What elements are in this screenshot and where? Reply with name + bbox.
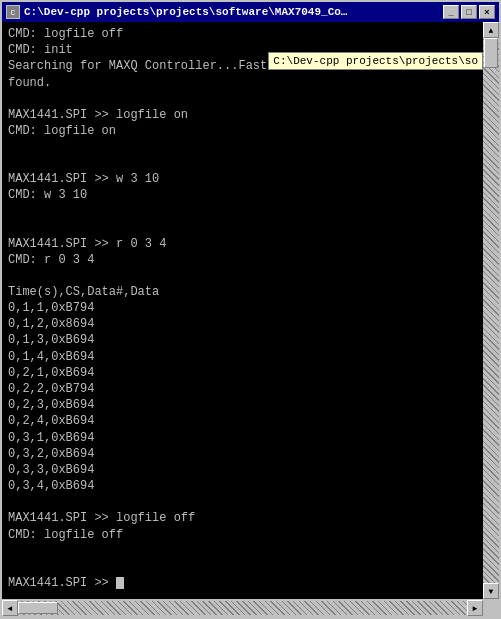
console-line-empty — [8, 220, 477, 236]
console-line: 0,2,3,0xB694 — [8, 397, 477, 413]
console-line: CMD: logfile off — [8, 527, 477, 543]
console-line: MAX1441.SPI >> logfile on — [8, 107, 477, 123]
console-line: CMD: r 0 3 4 — [8, 252, 477, 268]
console-line: MAX1441.SPI >> r 0 3 4 — [8, 236, 477, 252]
cursor — [116, 577, 124, 589]
console-line: 0,3,1,0xB694 — [8, 430, 477, 446]
scroll-thumb-horizontal[interactable] — [18, 602, 58, 614]
console-line-empty — [8, 139, 477, 155]
vertical-scrollbar: ▲ ▼ — [483, 22, 499, 599]
console-line: CMD: logfile on — [8, 123, 477, 139]
console-line-empty — [8, 155, 477, 171]
main-area: C:\Dev-cpp projects\projects\so CMD: log… — [2, 22, 499, 599]
console-line: Time(s),CS,Data#,Data — [8, 284, 477, 300]
scroll-thumb-vertical[interactable] — [484, 38, 498, 68]
console-line: 0,2,4,0xB694 — [8, 413, 477, 429]
console-line: CMD: logfile off — [8, 26, 477, 42]
console-line: MAX1441.SPI >> logfile off — [8, 510, 477, 526]
console-line: 0,1,4,0xB694 — [8, 349, 477, 365]
scroll-left-button[interactable]: ◄ — [2, 600, 18, 616]
title-bar: C C:\Dev-cpp projects\projects\software\… — [2, 2, 499, 22]
console-line-empty — [8, 268, 477, 284]
console-line: 0,1,3,0xB694 — [8, 332, 477, 348]
console-line: 0,3,3,0xB694 — [8, 462, 477, 478]
console-line: 0,3,2,0xB694 — [8, 446, 477, 462]
console-content: CMD: logfile off CMD: init Searching for… — [8, 26, 477, 595]
scroll-track-horizontal[interactable] — [18, 601, 467, 615]
scroll-right-button[interactable]: ► — [467, 600, 483, 616]
console-line: 0,3,4,0xB694 — [8, 478, 477, 494]
console-line-empty — [8, 494, 477, 510]
console-line-empty — [8, 559, 477, 575]
scrollbar-corner — [483, 600, 499, 616]
scroll-track-vertical[interactable] — [483, 38, 499, 583]
console-prompt-line[interactable]: MAX1441.SPI >> — [8, 575, 477, 591]
console-line: MAX1441.SPI >> w 3 10 — [8, 171, 477, 187]
console-line-empty — [8, 204, 477, 220]
console-line: 0,1,1,0xB794 — [8, 300, 477, 316]
minimize-button[interactable]: _ — [443, 5, 459, 19]
scroll-down-button[interactable]: ▼ — [483, 583, 499, 599]
console-line: 0,2,2,0xB794 — [8, 381, 477, 397]
main-window: C C:\Dev-cpp projects\projects\software\… — [0, 0, 501, 619]
window-icon: C — [6, 5, 20, 19]
bottom-bar: ◄ ► — [2, 599, 499, 617]
tooltip: C:\Dev-cpp projects\projects\so — [268, 52, 483, 70]
console-line-empty — [8, 543, 477, 559]
window-title: C:\Dev-cpp projects\projects\software\MA… — [24, 6, 354, 18]
console-line: found. — [8, 75, 477, 91]
console-line: 0,1,2,0x8694 — [8, 316, 477, 332]
title-bar-left: C C:\Dev-cpp projects\projects\software\… — [6, 5, 354, 19]
console-line-empty — [8, 91, 477, 107]
console-line: CMD: w 3 10 — [8, 187, 477, 203]
maximize-button[interactable]: □ — [461, 5, 477, 19]
scroll-up-button[interactable]: ▲ — [483, 22, 499, 38]
title-bar-controls: _ □ × — [443, 5, 495, 19]
horizontal-scrollbar: ◄ ► — [2, 599, 483, 617]
close-button[interactable]: × — [479, 5, 495, 19]
console-line: 0,2,1,0xB694 — [8, 365, 477, 381]
console-area: C:\Dev-cpp projects\projects\so CMD: log… — [2, 22, 483, 599]
